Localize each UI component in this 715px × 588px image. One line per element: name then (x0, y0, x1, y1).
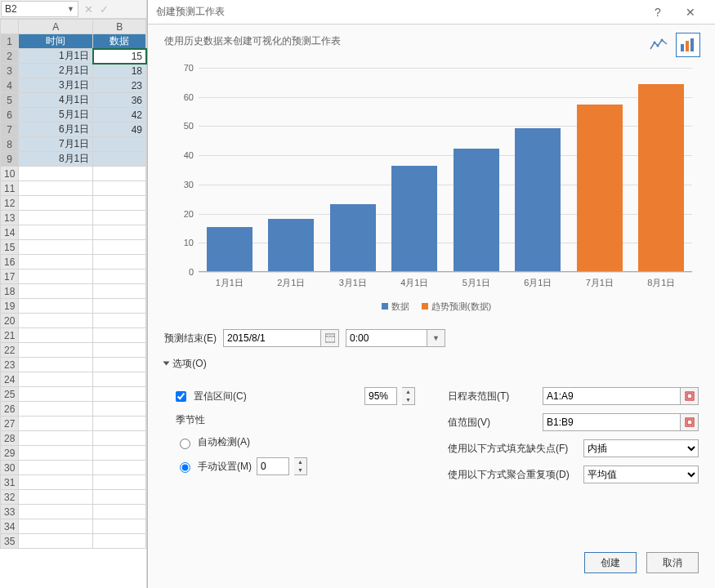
cell[interactable] (93, 519, 146, 534)
col-header[interactable]: B (93, 20, 146, 34)
cell[interactable] (19, 240, 93, 255)
row-header[interactable]: 25 (1, 387, 19, 402)
cell[interactable] (93, 358, 146, 372)
grid[interactable]: AB1时间数据21月1日1532月1日1843月1日2354月1日3665月1日… (0, 19, 146, 549)
manual-value-input[interactable] (257, 457, 289, 475)
range-picker-icon[interactable] (681, 387, 699, 405)
forecast-end-time-input[interactable] (346, 329, 427, 347)
row-header[interactable]: 6 (1, 108, 19, 122)
cell[interactable] (93, 211, 146, 225)
cell[interactable] (19, 314, 93, 328)
cell[interactable] (19, 461, 93, 475)
aggregate-select[interactable]: 平均值 (583, 466, 699, 483)
confidence-spinner[interactable]: ▲▼ (402, 387, 415, 405)
cell[interactable] (93, 387, 146, 402)
row-header[interactable]: 5 (1, 93, 19, 108)
calendar-icon[interactable] (321, 329, 339, 347)
cell[interactable]: 时间 (19, 34, 93, 49)
cell[interactable] (93, 299, 146, 314)
cell[interactable] (19, 225, 93, 240)
cell[interactable]: 18 (93, 64, 146, 78)
row-header[interactable]: 1 (1, 34, 19, 49)
row-header[interactable]: 31 (1, 475, 19, 490)
manual-set-radio[interactable] (180, 462, 190, 473)
cell[interactable] (93, 402, 146, 416)
cell[interactable]: 数据 (93, 34, 146, 49)
cell[interactable]: 6月1日 (19, 122, 93, 137)
row-header[interactable]: 11 (1, 181, 19, 196)
row-header[interactable]: 8 (1, 137, 19, 152)
row-header[interactable]: 32 (1, 490, 19, 505)
cell[interactable] (19, 475, 93, 490)
row-header[interactable]: 22 (1, 343, 19, 358)
bar-chart-button[interactable] (676, 33, 700, 57)
cell[interactable] (19, 255, 93, 270)
cell[interactable] (19, 167, 93, 181)
row-header[interactable]: 35 (1, 534, 19, 549)
cell[interactable] (19, 490, 93, 505)
row-header[interactable]: 12 (1, 196, 19, 211)
cell[interactable] (93, 446, 146, 461)
cell[interactable] (19, 299, 93, 314)
cell[interactable]: 5月1日 (19, 108, 93, 122)
cell[interactable] (93, 152, 146, 167)
row-header[interactable]: 23 (1, 358, 19, 372)
cell[interactable] (19, 534, 93, 549)
cell[interactable]: 4月1日 (19, 93, 93, 108)
cell[interactable] (19, 270, 93, 284)
cell[interactable] (19, 358, 93, 372)
cell[interactable]: 2月1日 (19, 64, 93, 78)
cell[interactable] (19, 284, 93, 299)
auto-detect-radio[interactable] (180, 439, 190, 449)
cell[interactable] (93, 343, 146, 358)
cell[interactable] (93, 328, 146, 343)
cell[interactable] (93, 284, 146, 299)
row-header[interactable]: 7 (1, 122, 19, 137)
row-header[interactable]: 4 (1, 78, 19, 93)
confidence-checkbox[interactable] (176, 391, 186, 402)
cell[interactable] (93, 167, 146, 181)
cell[interactable] (19, 372, 93, 387)
cell[interactable] (93, 416, 146, 431)
cell[interactable] (93, 137, 146, 152)
row-header[interactable]: 34 (1, 519, 19, 534)
row-header[interactable]: 20 (1, 314, 19, 328)
col-header[interactable]: A (19, 20, 93, 34)
cell[interactable] (93, 270, 146, 284)
cell[interactable] (93, 196, 146, 211)
cell[interactable] (19, 402, 93, 416)
cell[interactable]: 8月1日 (19, 152, 93, 167)
cell[interactable] (19, 416, 93, 431)
create-button[interactable]: 创建 (584, 552, 637, 573)
cell[interactable] (19, 211, 93, 225)
close-button[interactable]: ✕ (674, 6, 707, 19)
confirm-formula-icon[interactable]: ✓ (100, 3, 109, 16)
cell[interactable] (93, 372, 146, 387)
options-collapser[interactable]: 选项(O) (164, 357, 699, 371)
cell[interactable] (93, 181, 146, 196)
help-button[interactable]: ? (641, 6, 674, 19)
cell[interactable] (19, 505, 93, 519)
row-header[interactable]: 2 (1, 49, 19, 64)
cell[interactable]: 7月1日 (19, 137, 93, 152)
cell[interactable] (93, 240, 146, 255)
value-range-input[interactable] (543, 413, 681, 431)
cell[interactable]: 42 (93, 108, 146, 122)
cell[interactable] (93, 431, 146, 446)
forecast-end-date-input[interactable] (223, 329, 321, 347)
cell[interactable] (93, 505, 146, 519)
cell[interactable]: 15 (93, 49, 146, 64)
cell[interactable] (19, 181, 93, 196)
row-header[interactable]: 29 (1, 446, 19, 461)
row-header[interactable]: 14 (1, 225, 19, 240)
row-header[interactable]: 15 (1, 240, 19, 255)
cell[interactable] (19, 196, 93, 211)
cell[interactable]: 36 (93, 93, 146, 108)
time-dropdown-button[interactable]: ▼ (427, 329, 445, 347)
manual-spinner[interactable]: ▲▼ (294, 457, 307, 475)
cell[interactable] (19, 519, 93, 534)
row-header[interactable]: 33 (1, 505, 19, 519)
cell[interactable] (93, 461, 146, 475)
row-header[interactable]: 13 (1, 211, 19, 225)
row-header[interactable]: 16 (1, 255, 19, 270)
